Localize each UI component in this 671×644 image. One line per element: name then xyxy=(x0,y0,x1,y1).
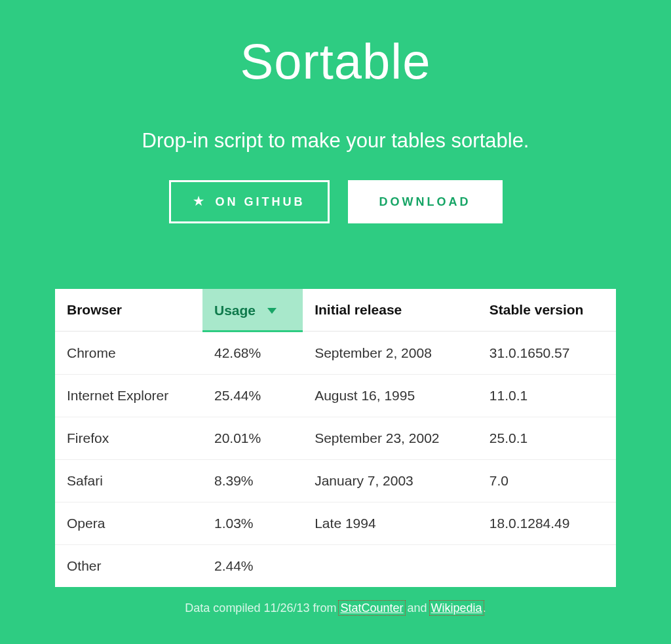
footnote-link-statcounter[interactable]: StatCounter xyxy=(339,601,404,615)
cell-browser: Safari xyxy=(55,460,202,502)
sort-desc-icon xyxy=(267,308,277,314)
table-row: Other 2.44% xyxy=(55,545,616,588)
table-body: Chrome 42.68% September 2, 2008 31.0.165… xyxy=(55,331,616,588)
button-row: ★ On GitHub Download xyxy=(0,180,671,223)
cell-browser: Internet Explorer xyxy=(55,375,202,417)
cell-usage: 42.68% xyxy=(202,331,303,375)
table-row: Chrome 42.68% September 2, 2008 31.0.165… xyxy=(55,331,616,375)
table-row: Opera 1.03% Late 1994 18.0.1284.49 xyxy=(55,502,616,545)
cell-initial-release: Late 1994 xyxy=(303,502,478,545)
table-row: Firefox 20.01% September 23, 2002 25.0.1 xyxy=(55,417,616,460)
footnote-prefix: Data compiled 11/26/13 from xyxy=(185,601,339,615)
cell-stable-version xyxy=(478,545,616,588)
cell-browser: Opera xyxy=(55,502,202,545)
table-header-row: Browser Usage Initial release Stable ver… xyxy=(55,289,616,331)
footnote: Data compiled 11/26/13 from StatCounter … xyxy=(55,601,616,615)
column-header-label: Browser xyxy=(67,302,122,317)
cell-usage: 2.44% xyxy=(202,545,303,588)
table-row: Internet Explorer 25.44% August 16, 1995… xyxy=(55,375,616,417)
download-button-label: Download xyxy=(379,195,471,209)
footnote-link-wikipedia[interactable]: Wikipedia xyxy=(431,601,483,615)
column-header-stable-version[interactable]: Stable version xyxy=(478,289,616,331)
footnote-separator: and xyxy=(404,601,431,615)
star-icon: ★ xyxy=(193,194,206,208)
cell-stable-version: 18.0.1284.49 xyxy=(478,502,616,545)
download-button[interactable]: Download xyxy=(348,180,503,223)
cell-initial-release: September 2, 2008 xyxy=(303,331,478,375)
cell-browser: Firefox xyxy=(55,417,202,460)
table-row: Safari 8.39% January 7, 2003 7.0 xyxy=(55,460,616,502)
column-header-label: Stable version xyxy=(489,302,584,317)
cell-usage: 8.39% xyxy=(202,460,303,502)
github-button[interactable]: ★ On GitHub xyxy=(169,180,330,223)
browsers-table: Browser Usage Initial release Stable ver… xyxy=(55,289,616,587)
column-header-usage[interactable]: Usage xyxy=(202,289,303,331)
cell-stable-version: 7.0 xyxy=(478,460,616,502)
column-header-label: Usage xyxy=(214,303,256,318)
column-header-initial-release[interactable]: Initial release xyxy=(303,289,478,331)
cell-usage: 20.01% xyxy=(202,417,303,460)
page-subtitle: Drop-in script to make your tables sorta… xyxy=(0,129,671,153)
cell-initial-release: August 16, 1995 xyxy=(303,375,478,417)
cell-stable-version: 25.0.1 xyxy=(478,417,616,460)
column-header-label: Initial release xyxy=(315,302,402,317)
cell-initial-release: September 23, 2002 xyxy=(303,417,478,460)
cell-usage: 1.03% xyxy=(202,502,303,545)
svg-marker-0 xyxy=(267,308,277,314)
cell-initial-release: January 7, 2003 xyxy=(303,460,478,502)
github-button-label: On GitHub xyxy=(216,195,305,209)
cell-stable-version: 11.0.1 xyxy=(478,375,616,417)
cell-browser: Chrome xyxy=(55,331,202,375)
cell-stable-version: 31.0.1650.57 xyxy=(478,331,616,375)
footnote-suffix: . xyxy=(483,601,486,615)
cell-usage: 25.44% xyxy=(202,375,303,417)
page-title: Sortable xyxy=(0,33,671,90)
cell-initial-release xyxy=(303,545,478,588)
cell-browser: Other xyxy=(55,545,202,588)
column-header-browser[interactable]: Browser xyxy=(55,289,202,331)
